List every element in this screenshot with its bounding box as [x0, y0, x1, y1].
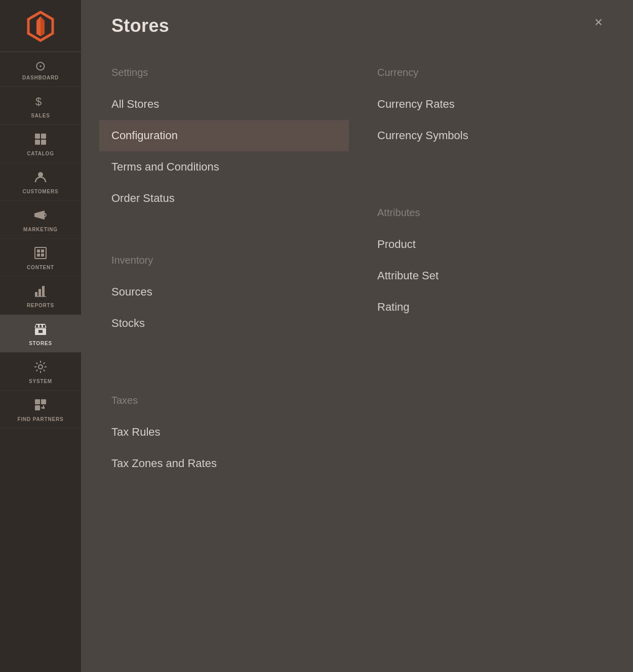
sidebar-item-stores[interactable]: STORES [0, 315, 81, 353]
taxes-heading: Taxes [111, 395, 337, 406]
spacer-5 [377, 187, 603, 202]
taxes-section: Taxes Tax Rules Tax Zones and Rates [111, 390, 337, 479]
terms-and-conditions-link[interactable]: Terms and Conditions [111, 151, 337, 183]
system-icon [33, 360, 48, 376]
sidebar-label-system: SYSTEM [29, 379, 52, 384]
currency-symbols-link[interactable]: Currency Symbols [377, 120, 603, 151]
svg-point-8 [38, 172, 43, 177]
sidebar-item-catalog[interactable]: CATALOG [0, 125, 81, 163]
product-link[interactable]: Product [377, 229, 603, 260]
stores-header: Stores × [111, 15, 603, 36]
svg-rect-7 [41, 140, 46, 145]
order-status-link[interactable]: Order Status [111, 183, 337, 214]
svg-rect-12 [41, 249, 44, 253]
sales-icon: $ [33, 94, 48, 110]
svg-rect-20 [38, 330, 43, 333]
svg-rect-5 [41, 134, 46, 139]
svg-rect-4 [35, 134, 40, 139]
all-stores-link[interactable]: All Stores [111, 89, 337, 120]
logo-container [0, 0, 81, 52]
svg-rect-13 [37, 254, 40, 257]
svg-point-25 [38, 365, 43, 369]
reports-icon [33, 284, 48, 300]
svg-rect-9 [34, 213, 36, 217]
currency-heading: Currency [377, 67, 603, 78]
catalog-icon [33, 132, 48, 148]
spacer-3 [111, 374, 337, 390]
stocks-link[interactable]: Stocks [111, 308, 337, 339]
svg-rect-17 [42, 286, 45, 297]
svg-rect-24 [43, 325, 45, 327]
sidebar-item-find-partners[interactable]: FIND PARTNERS [0, 391, 81, 429]
tax-zones-and-rates-link[interactable]: Tax Zones and Rates [111, 448, 337, 479]
sidebar-item-sales[interactable]: $ SALES [0, 87, 81, 125]
sidebar-item-dashboard[interactable]: ⊙ DASHBOARD [0, 52, 81, 87]
sidebar-label-sales: SALES [31, 113, 50, 118]
svg-rect-10 [35, 247, 46, 259]
sidebar-label-find-partners: FIND PARTNERS [18, 416, 64, 422]
svg-rect-27 [41, 399, 46, 404]
left-column: Settings All Stores Configuration Terms … [111, 62, 337, 499]
sources-link[interactable]: Sources [111, 276, 337, 308]
currency-rates-link[interactable]: Currency Rates [377, 89, 603, 120]
sidebar-label-dashboard: DASHBOARD [22, 75, 59, 80]
settings-heading: Settings [111, 67, 337, 78]
sidebar-label-stores: STORES [29, 341, 52, 346]
svg-rect-28 [35, 405, 40, 410]
svg-rect-11 [37, 249, 40, 253]
magento-logo-icon [24, 10, 57, 43]
rating-link[interactable]: Rating [377, 291, 603, 323]
attribute-set-link[interactable]: Attribute Set [377, 260, 603, 291]
stores-menu-grid: Settings All Stores Configuration Terms … [111, 62, 603, 499]
sidebar-label-reports: REPORTS [27, 303, 54, 308]
svg-rect-16 [38, 289, 41, 297]
tax-rules-link[interactable]: Tax Rules [111, 416, 337, 448]
svg-marker-2 [41, 16, 45, 36]
page-title: Stores [111, 15, 169, 36]
dashboard-icon: ⊙ [35, 59, 46, 72]
sidebar-label-marketing: MARKETING [23, 227, 58, 232]
svg-rect-23 [39, 325, 42, 327]
sidebar: ⊙ DASHBOARD $ SALES CATALOG CUST [0, 0, 81, 672]
right-column: Currency Currency Rates Currency Symbols… [377, 62, 603, 499]
marketing-icon [33, 208, 48, 224]
svg-rect-22 [36, 325, 38, 327]
stores-icon [33, 322, 48, 338]
main-content: Stores × Settings All Stores Configurati… [81, 0, 633, 672]
currency-section: Currency Currency Rates Currency Symbols [377, 62, 603, 151]
settings-section: Settings All Stores Configuration Terms … [111, 62, 337, 214]
sidebar-item-reports[interactable]: REPORTS [0, 277, 81, 315]
sidebar-item-content[interactable]: CONTENT [0, 239, 81, 277]
close-button[interactable]: × [595, 15, 603, 29]
sidebar-label-content: CONTENT [27, 265, 54, 270]
customers-icon [33, 170, 48, 186]
content-icon [33, 246, 48, 262]
svg-rect-26 [35, 399, 40, 404]
inventory-section: Inventory Sources Stocks [111, 249, 337, 339]
sidebar-label-catalog: CATALOG [27, 151, 54, 156]
svg-rect-14 [41, 254, 44, 257]
spacer-2 [111, 359, 337, 374]
sidebar-item-system[interactable]: SYSTEM [0, 353, 81, 391]
svg-rect-15 [35, 292, 37, 297]
svg-marker-1 [36, 16, 41, 36]
attributes-section: Attributes Product Attribute Set Rating [377, 202, 603, 323]
sidebar-item-customers[interactable]: CUSTOMERS [0, 163, 81, 201]
sidebar-item-marketing[interactable]: MARKETING [0, 201, 81, 239]
spacer-4 [377, 172, 603, 187]
find-partners-icon [33, 398, 48, 414]
configuration-link[interactable]: Configuration [99, 120, 349, 151]
spacer-1 [111, 234, 337, 249]
svg-rect-29 [43, 407, 45, 409]
svg-text:$: $ [35, 95, 42, 108]
inventory-heading: Inventory [111, 255, 337, 266]
attributes-heading: Attributes [377, 207, 603, 219]
svg-rect-6 [35, 140, 40, 145]
sidebar-label-customers: CUSTOMERS [23, 189, 59, 194]
